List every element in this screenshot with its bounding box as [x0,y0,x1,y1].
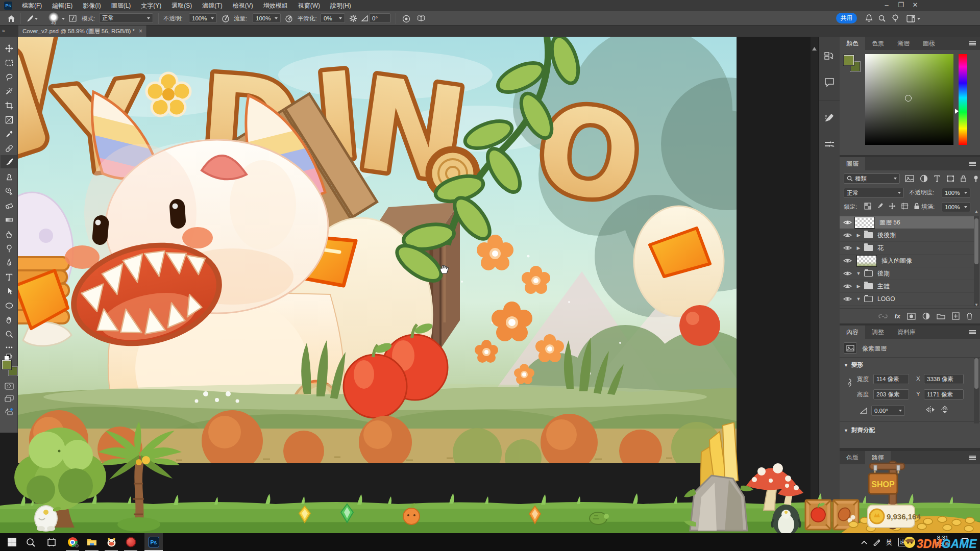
brush-settings-panel-icon[interactable] [819,106,840,132]
lock-position-icon[interactable] [889,203,896,210]
document-tab[interactable]: Cover_v2.psd @ 58.9% (圖層 56, RGB/8) * × [18,26,147,37]
document-tab-close-icon[interactable]: × [139,28,142,35]
tab-layers[interactable]: 圖層 [840,157,865,170]
link-layers-icon[interactable] [878,314,888,319]
add-mask-icon[interactable] [907,313,916,320]
menu-layer[interactable]: 圖層(L) [106,0,136,11]
toggle-brush-panel-icon[interactable] [68,13,78,23]
brushes-panel-icon[interactable] [819,132,840,157]
color-field[interactable] [865,54,953,145]
brush-tool-preset-icon[interactable] [24,13,35,23]
menu-window[interactable]: 視窗(W) [293,0,325,11]
tray-expand-icon[interactable] [859,533,870,551]
layer-row-selected[interactable]: 圖層 56 [840,216,974,229]
tab-swatches[interactable]: 色票 [865,37,891,50]
lock-all-icon[interactable] [914,203,920,210]
tab-channels[interactable]: 色版 [840,451,865,464]
size-pressure-icon[interactable] [401,13,411,23]
photoshop-taskbar-icon[interactable]: Ps [144,533,163,551]
layer-row[interactable]: 插入的圖像 [840,255,974,267]
delete-layer-icon[interactable] [966,312,973,320]
opacity-field[interactable]: 100% [189,13,217,23]
visibility-eye-icon[interactable] [840,245,855,251]
tab-gradients[interactable]: 漸層 [891,37,916,50]
history-panel-icon[interactable] [819,44,840,69]
visibility-eye-icon[interactable] [840,270,855,277]
layer-row[interactable]: ▶ 主體 [840,280,974,293]
eraser-tool[interactable] [1,199,17,212]
layers-scrollbar[interactable]: ▲ ▼ [974,216,979,306]
brush-size-chevron[interactable] [62,18,65,20]
filter-pin-icon[interactable] [972,175,979,183]
shape-ellipse-tool[interactable] [1,299,17,312]
hue-slider[interactable] [959,54,967,145]
filter-smartobject-icon[interactable] [960,175,967,183]
hand-tool[interactable] [1,313,17,327]
tray-pen-icon[interactable] [871,533,882,551]
menu-file[interactable]: 檔案(F) [17,0,47,11]
workspace-chevron[interactable] [917,18,920,20]
zoom-tool[interactable] [1,328,17,341]
comments-panel-icon[interactable] [819,69,840,95]
smudge-tool[interactable] [1,228,17,241]
close-button[interactable]: ✕ [908,0,922,11]
filter-adjustment-icon[interactable] [920,174,928,183]
tray-chick-icon[interactable] [902,533,917,551]
menu-image[interactable]: 影像(I) [78,0,106,11]
restore-button[interactable]: ❐ [894,0,908,11]
menu-edit[interactable]: 編輯(E) [47,0,78,11]
eyedropper-tool[interactable] [1,128,17,141]
brush-tool[interactable] [1,155,17,168]
airbrush-icon[interactable] [284,13,294,23]
tab-patterns[interactable]: 圖樣 [916,37,942,50]
rotate-view-icon[interactable] [1,405,17,418]
visibility-eye-icon[interactable] [840,283,855,289]
photoshop-logo-icon[interactable]: Ps [4,2,12,10]
crop-tool[interactable] [1,99,17,112]
properties-scrollbar[interactable] [974,357,979,423]
mode-select[interactable]: 正常 [99,13,153,23]
canvas-artwork[interactable]: Y D I N O [18,37,737,463]
layers-panel-menu-icon[interactable] [969,162,976,166]
move-tool[interactable] [1,42,17,55]
gradient-tool[interactable] [1,213,17,227]
pen-tool[interactable] [1,256,17,269]
visibility-eye-icon[interactable] [840,232,855,238]
toolbar-collapse-icon[interactable]: » [2,28,5,34]
share-button[interactable]: 共用 [836,13,857,23]
smoothing-field[interactable]: 0% [321,13,345,23]
menu-select[interactable]: 選取(S) [166,0,197,11]
file-explorer-icon[interactable] [84,533,100,551]
lock-pixels-icon[interactable] [876,203,884,210]
paths-panel-menu-icon[interactable] [969,456,976,460]
layer-row[interactable]: ▼ 後期 [840,267,974,280]
brush-angle-field[interactable]: 0° [369,13,390,23]
layer-thumbnail[interactable] [855,217,874,228]
menu-plugins[interactable]: 增效模組 [258,0,293,11]
opacity-pressure-icon[interactable] [220,13,231,23]
layer-row[interactable]: ▶ 後後期 [840,229,974,242]
quick-mask-icon[interactable] [1,380,17,393]
minimize-button[interactable]: – [879,0,894,11]
color-panel-menu-icon[interactable] [969,41,976,45]
search-icon[interactable] [877,13,887,23]
start-button[interactable] [4,533,19,551]
layer-row[interactable]: ▶ 花 [840,242,974,255]
lock-artboard-icon[interactable] [901,203,909,210]
tab-paths[interactable]: 路徑 [865,451,891,464]
ime-language-indicator[interactable]: 英 [883,533,895,551]
properties-panel-menu-icon[interactable] [969,330,976,334]
smoothing-gear-icon[interactable] [348,13,358,23]
taskbar-search-icon[interactable] [23,533,38,551]
tab-properties[interactable]: 內容 [840,325,865,339]
visibility-eye-icon[interactable] [840,219,855,226]
path-selection-tool[interactable] [1,285,17,298]
layer-fill-field[interactable]: 100% [942,202,970,212]
type-tool[interactable] [1,270,17,284]
symmetry-butterfly-icon[interactable] [416,13,426,23]
x-field[interactable]: 3338 像素 [924,374,964,384]
lasso-tool[interactable] [1,70,17,84]
recorder-app-icon[interactable] [123,533,138,551]
dino-app-icon[interactable] [104,533,119,551]
filter-type-icon[interactable] [934,175,941,182]
